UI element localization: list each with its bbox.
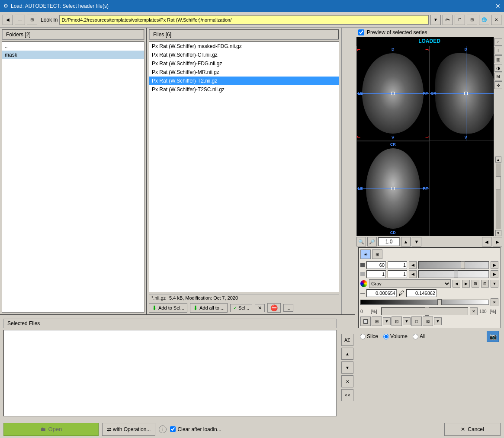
look-in-input[interactable] [59,15,429,25]
remove-all-button[interactable]: ✕✕ [341,389,353,401]
gradient-bar[interactable] [360,300,489,305]
radio-volume[interactable] [383,334,389,339]
grid-btn[interactable]: ⊞ [372,249,382,259]
radio-volume-label[interactable]: Volume [383,333,408,339]
open-button[interactable]: 🖿 Open [3,423,99,436]
pct-slider[interactable] [381,307,468,315]
red-close-button[interactable]: ⛔ [267,303,281,313]
gradient-reset-btn[interactable]: ✕ [491,298,498,306]
zoom-input[interactable] [378,237,400,246]
preview-scroll-up[interactable]: ▲ [495,157,501,163]
file-item-5[interactable]: Px Rat (W.Schiffer)-T2SC.nii.gz [149,85,339,94]
next-frame-btn[interactable]: ▶ [493,237,502,246]
level-input-1[interactable] [366,270,386,278]
move-down-button[interactable]: ▼ [341,361,353,374]
max-input[interactable] [406,289,437,297]
folder-btn[interactable]: 🗁 [443,15,453,25]
new-folder-btn[interactable]: 🗋 [455,15,465,25]
radio-slice[interactable] [360,334,366,339]
zoom-magnify-btn[interactable]: 🔍 [356,237,366,246]
icon-btn-row: 🔲 ⊞ ▼ ⊡ ▼ □ ⊠ ▼ [360,317,498,326]
colormap-select[interactable]: Gray [369,279,451,288]
icon-btn-dropdown-2[interactable]: ▼ [403,317,411,325]
folder-list[interactable]: .. mask [2,42,144,313]
window-input-2[interactable] [388,261,407,269]
sort-az-button[interactable]: AZ [341,334,353,346]
level-icon [360,272,365,276]
window-input-1[interactable] [366,261,386,269]
icon-btn-1[interactable]: 🔲 [360,317,371,326]
file-item-1[interactable]: Px Rat (W.Schiffer)-CT.nii.gz [149,51,339,59]
window-left-btn[interactable]: ◀ [409,261,417,269]
preview-sidebar-btn-5[interactable]: M [494,73,502,80]
sel-button[interactable]: ✓ Sel... [230,304,252,312]
level-left-btn[interactable]: ◀ [409,270,417,278]
pct-row: 0 [%] ✕ 100 [%] [360,307,498,315]
level-input-2[interactable] [388,270,407,278]
icon-btn-3[interactable]: ⊡ [392,317,402,326]
zoom-out-btn[interactable]: 🔎 [367,237,377,246]
radio-all-label[interactable]: All [413,333,425,339]
folder-item-mask[interactable]: mask [2,51,144,59]
info-icon[interactable]: i [159,425,167,433]
add-to-sel-button[interactable]: ⬇ Add to Sel... [149,303,187,313]
level-slider[interactable] [418,270,489,278]
icon-btn-2[interactable]: ⊞ [372,317,382,326]
preview-sidebar-btn-4[interactable]: ◑ [494,64,502,72]
window-right-btn[interactable]: ▶ [491,261,498,269]
folder-item-dotdot[interactable]: .. [2,42,144,51]
brightness-btn[interactable]: ☀ [360,249,371,259]
back-button[interactable]: ◀ [3,15,13,25]
preview-sidebar-btn-3[interactable]: ▥ [494,55,502,63]
colormap-left-btn[interactable]: ◀ [453,280,460,288]
zoom-up-btn[interactable]: ▲ [401,237,411,246]
file-list[interactable]: Px Rat (W.Schiffer) masked-FDG.nii.gz Px… [149,42,339,292]
colormap-right-btn[interactable]: ▶ [462,280,470,288]
toolbar-btn-3[interactable]: ⊞ [27,15,37,25]
radio-slice-label[interactable]: Slice [360,333,378,339]
preview-sidebar-btn-1[interactable]: ○ [494,38,502,46]
prev-frame-btn[interactable]: ◀ [482,237,491,246]
radio-all[interactable] [413,334,418,339]
min-input[interactable] [366,289,397,297]
dropdown-btn[interactable]: ▼ [430,15,441,25]
view-btn[interactable]: ⊞ [467,15,477,25]
toolbar-btn-2[interactable]: — [15,15,25,25]
add-all-to-button[interactable]: ⬇ Add all to ... [190,303,228,313]
preview-scroll-down[interactable]: ▼ [495,230,501,236]
colormap-btn-2[interactable]: ⊟ [481,280,489,288]
cancel-button[interactable]: ✕ Cancel [444,423,501,436]
icon-btn-dropdown-3[interactable]: ▼ [434,317,442,325]
level-right-btn[interactable]: ▶ [491,270,498,278]
pct-reset-btn[interactable]: ✕ [470,307,478,315]
preview-sidebar-btn-6[interactable]: ✛ [494,81,502,89]
icon-btn-5[interactable]: ⊠ [423,317,433,326]
snapshot-button[interactable]: 📷 [487,331,499,342]
clear-checkbox[interactable] [170,426,176,432]
toolbar-close-btn[interactable]: ✕ [491,15,501,25]
selected-files-area[interactable] [3,330,337,416]
globe-btn[interactable]: 🌐 [479,15,489,25]
selected-files-section: Selected Files AZ ▲ ▼ ✕ ✕✕ [0,314,355,420]
move-up-button[interactable]: ▲ [341,348,353,360]
level-row: ◀ ▶ [360,270,498,278]
operation-button[interactable]: ⇄ with Operation... [102,423,155,436]
file-item-4[interactable]: Px Rat (W.Schiffer)-T2.nii.gz [149,77,339,85]
ellipsis-button[interactable]: ... [283,304,293,312]
zoom-down-btn[interactable]: ▼ [412,237,421,246]
icon-btn-dropdown-1[interactable]: ▼ [383,317,391,325]
window-slider[interactable] [418,261,489,269]
preview-sidebar-btn-2[interactable]: I [494,47,502,54]
colormap-dropdown[interactable]: ▼ [491,280,498,288]
icon-btn-4[interactable]: □ [411,317,422,326]
colormap-btn-1[interactable]: ⊞ [472,280,479,288]
remove-button[interactable]: ✕ [341,375,353,387]
desel-button[interactable]: ✕ [255,304,265,312]
clear-checkbox-label[interactable]: Clear after loadin... [170,426,221,432]
colormap-row: Gray ◀ ▶ ⊞ ⊟ ▼ [360,279,498,288]
file-item-2[interactable]: Px Rat (W.Schiffer)-FDG.nii.gz [149,59,339,68]
file-item-0[interactable]: Px Rat (W.Schiffer) masked-FDG.nii.gz [149,42,339,51]
preview-checkbox[interactable] [358,29,364,35]
file-item-3[interactable]: Px Rat (W.Schiffer)-MR.nii.gz [149,68,339,77]
title-bar-close-button[interactable]: ✕ [495,3,501,10]
